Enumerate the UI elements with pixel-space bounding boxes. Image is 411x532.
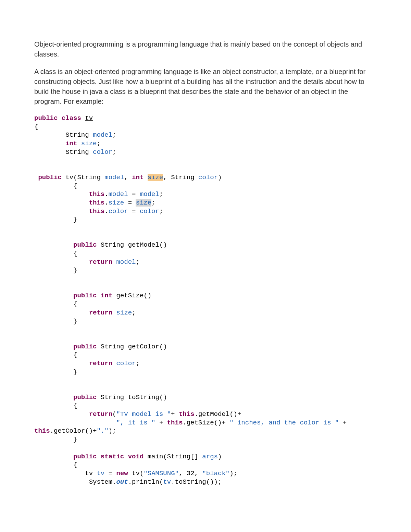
field-color: color <box>93 148 112 156</box>
type-string-array: String[] <box>167 453 198 460</box>
intro-paragraph-2: A class is an object-oriented programmin… <box>34 67 377 107</box>
brace-close: } <box>73 318 77 325</box>
brace-open: { <box>73 250 77 257</box>
this-model: model <box>109 190 128 198</box>
keyword-int: int <box>101 292 112 299</box>
keyword-public: public <box>73 292 97 299</box>
type-string: String <box>101 394 124 401</box>
brace-open: { <box>34 123 38 131</box>
param-args: args <box>202 453 218 460</box>
brace-close: } <box>73 216 77 223</box>
keyword-this: this <box>179 410 195 418</box>
string-literal-4: "." <box>97 427 108 435</box>
semicolon: ; <box>112 131 116 139</box>
type-string: String <box>101 241 124 249</box>
return-size: size <box>116 309 132 317</box>
keyword-public: public <box>73 394 97 401</box>
keyword-return: return <box>89 410 112 418</box>
assign-color: color <box>140 208 159 215</box>
keyword-class: class <box>62 114 81 122</box>
brace-open: { <box>73 300 77 308</box>
string-literal-3: " inches, and the color is " <box>229 419 339 426</box>
method-getmodel: getModel <box>128 241 159 249</box>
class-system: System <box>89 478 112 486</box>
call-getsize: getSize <box>187 419 214 426</box>
brace-close: } <box>73 267 77 274</box>
keyword-return: return <box>89 309 112 317</box>
type-string: String <box>101 343 124 350</box>
type-string: String <box>77 174 100 181</box>
keyword-new: new <box>116 470 128 477</box>
number-32: 32 <box>187 470 195 477</box>
ctor-tv: tv <box>132 470 140 477</box>
keyword-void: void <box>128 453 144 460</box>
string-literal-2: ", it is " <box>116 419 155 426</box>
call-getcolor: getColor <box>54 427 85 435</box>
brace-open: { <box>73 182 77 190</box>
string-black: "black" <box>202 470 229 477</box>
brace-open: { <box>73 461 77 469</box>
call-getmodel: getModel <box>198 410 229 418</box>
keyword-this: this <box>34 427 50 435</box>
keyword-public: public <box>38 174 61 181</box>
brace-close: } <box>73 436 77 443</box>
type-string: String <box>65 131 89 139</box>
assign-size-highlighted: size <box>136 199 151 207</box>
type-tv-local: tv <box>85 470 93 477</box>
param-color: color <box>198 174 218 181</box>
keyword-return: return <box>89 360 112 367</box>
keyword-this: this <box>167 419 183 426</box>
method-tostring: toString <box>128 394 159 401</box>
method-println: println <box>132 478 159 486</box>
arg-tv: tv <box>163 478 171 486</box>
field-size: size <box>81 140 97 147</box>
semicolon: ; <box>112 148 116 156</box>
intro-paragraph-1: Object-oriented programming is a program… <box>34 39 377 59</box>
keyword-int: int <box>132 174 144 181</box>
code-block: public class tv { String model; int size… <box>34 114 377 486</box>
document-page: Object-oriented programming is a program… <box>0 0 411 532</box>
keyword-int: int <box>65 140 77 147</box>
string-literal-1: "TV model is " <box>116 410 171 418</box>
method-getsize: getSize <box>116 292 144 299</box>
field-out: out <box>116 478 128 486</box>
brace-open: { <box>73 402 77 409</box>
string-samsung: "SAMSUNG" <box>144 470 179 477</box>
method-main: main <box>148 453 163 460</box>
keyword-static: static <box>101 453 124 460</box>
param-model: model <box>104 174 124 181</box>
return-color: color <box>116 360 136 367</box>
class-name-tv: tv <box>85 114 93 122</box>
type-string: String <box>65 148 89 156</box>
brace-open: { <box>73 351 77 359</box>
return-model: model <box>116 258 136 266</box>
keyword-this: this <box>89 199 105 207</box>
keyword-this: this <box>89 190 105 198</box>
keyword-public: public <box>73 241 97 249</box>
field-model: model <box>93 131 112 139</box>
keyword-this: this <box>89 208 105 215</box>
this-color: color <box>109 208 128 215</box>
keyword-public: public <box>34 114 58 122</box>
param-size-highlighted: size <box>148 174 163 181</box>
assign-model: model <box>140 190 159 198</box>
var-tv: tv <box>97 470 104 477</box>
semicolon: ; <box>97 140 100 147</box>
this-size: size <box>109 199 124 207</box>
constructor-name: tv <box>65 174 73 181</box>
type-string: String <box>171 174 194 181</box>
keyword-return: return <box>89 258 112 266</box>
method-getcolor: getColor <box>128 343 159 350</box>
call-tostring: toString <box>175 478 206 486</box>
keyword-public: public <box>73 343 97 350</box>
brace-close: } <box>73 368 77 376</box>
keyword-public: public <box>73 453 97 460</box>
